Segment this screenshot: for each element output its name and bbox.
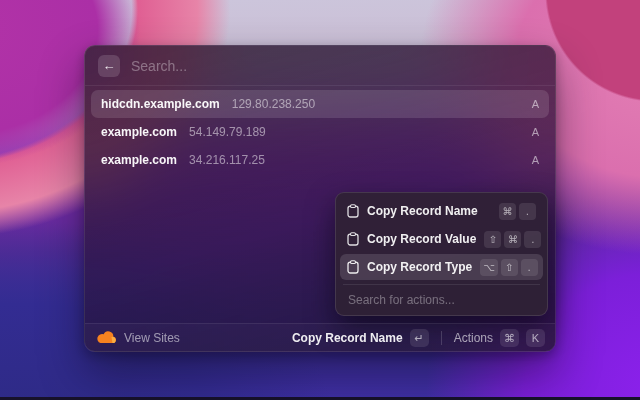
action-item-copy-record-name[interactable]: Copy Record Name ⌘ . <box>340 198 543 224</box>
search-input[interactable] <box>131 58 542 74</box>
cloudflare-icon <box>97 331 116 344</box>
action-item-copy-record-value[interactable]: Copy Record Value ⇧ ⌘ . <box>340 226 543 252</box>
record-row-2[interactable]: example.com 54.149.79.189 A <box>91 118 549 146</box>
actions-popover: Copy Record Name ⌘ . Copy Record Value ⇧… <box>335 192 548 316</box>
back-button[interactable]: ← <box>98 55 120 77</box>
action-label: Copy Record Type <box>367 260 472 274</box>
return-key-icon: ↵ <box>410 329 429 347</box>
status-bar: View Sites Copy Record Name ↵ Actions ⌘ … <box>85 323 555 351</box>
key-period: . <box>519 203 536 220</box>
clipboard-icon <box>347 204 359 218</box>
clipboard-icon <box>347 232 359 246</box>
key-period: . <box>521 259 538 276</box>
primary-action-button[interactable]: Copy Record Name <box>292 331 403 345</box>
shortcut-keys: ⌘ . <box>499 203 536 220</box>
record-name: example.com <box>101 153 177 167</box>
key-shift: ⇧ <box>484 231 501 248</box>
search-header: ← <box>85 46 555 86</box>
view-sites-button[interactable]: View Sites <box>97 331 292 345</box>
record-type-badge: A <box>532 126 539 138</box>
shortcut-keys: ⇧ ⌘ . <box>484 231 541 248</box>
status-bar-divider <box>441 331 442 345</box>
record-value: 34.216.117.25 <box>189 153 520 167</box>
action-item-copy-record-type[interactable]: Copy Record Type ⌥ ⇧ . <box>340 254 543 280</box>
action-label: Copy Record Name <box>367 204 491 218</box>
record-value: 54.149.79.189 <box>189 125 520 139</box>
key-k: K <box>526 329 545 347</box>
key-command: ⌘ <box>499 203 516 220</box>
record-row-3[interactable]: example.com 34.216.117.25 A <box>91 146 549 174</box>
key-period: . <box>524 231 541 248</box>
key-shift: ⇧ <box>501 259 518 276</box>
launcher-window: ← hidcdn.example.com 129.80.238.250 A ex… <box>84 45 556 352</box>
view-sites-label: View Sites <box>124 331 180 345</box>
clipboard-icon <box>347 260 359 274</box>
record-row-1[interactable]: hidcdn.example.com 129.80.238.250 A <box>91 90 549 118</box>
actions-menu-button[interactable]: Actions <box>454 331 493 345</box>
key-command: ⌘ <box>500 329 519 347</box>
record-type-badge: A <box>532 98 539 110</box>
record-name: hidcdn.example.com <box>101 97 220 111</box>
actions-search-input[interactable] <box>340 285 543 315</box>
record-name: example.com <box>101 125 177 139</box>
record-type-badge: A <box>532 154 539 166</box>
key-command: ⌘ <box>504 231 521 248</box>
action-label: Copy Record Value <box>367 232 476 246</box>
shortcut-keys: ⌥ ⇧ . <box>480 259 538 276</box>
record-value: 129.80.238.250 <box>232 97 520 111</box>
key-option: ⌥ <box>480 259 498 276</box>
status-bar-actions: Copy Record Name ↵ Actions ⌘ K <box>292 329 545 347</box>
back-arrow-icon: ← <box>103 58 116 73</box>
dns-record-list: hidcdn.example.com 129.80.238.250 A exam… <box>85 86 555 174</box>
